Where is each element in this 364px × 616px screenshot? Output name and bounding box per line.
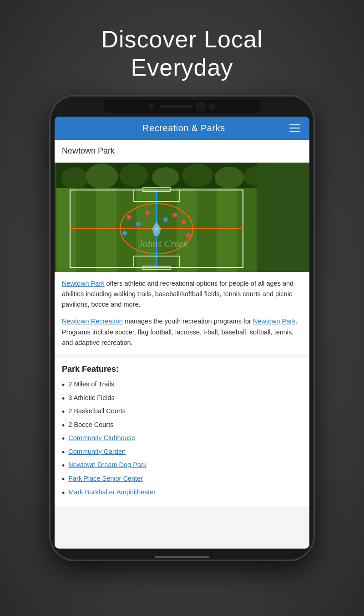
list-item: 2 Basketball Courts — [62, 406, 302, 419]
list-item: 3 Athletic Fields — [62, 392, 302, 406]
camera-sensor — [149, 104, 154, 109]
features-title: Park Features: — [62, 364, 302, 374]
feature-text: 3 Athletic Fields — [68, 394, 115, 401]
feature-text: 2 Miles of Trails — [68, 380, 114, 388]
community-garden-link[interactable]: Community Garden — [68, 448, 126, 455]
community-clubhouse-link[interactable]: Community Clubhouse — [68, 434, 135, 441]
park-image: Johns Creek — [55, 163, 309, 272]
features-section: Park Features: 2 Miles of Trails 3 Athle… — [55, 358, 309, 506]
list-item[interactable]: Mark Burkhalter Amphitheater — [62, 487, 302, 500]
svg-point-3 — [86, 164, 118, 189]
svg-point-35 — [182, 220, 186, 224]
svg-rect-19 — [237, 188, 257, 272]
content-area[interactable]: Johns Creek Newtown Park offers athletic… — [55, 163, 309, 549]
svg-point-30 — [136, 222, 141, 226]
list-item: 2 Bocce Courts — [62, 419, 302, 433]
description-section: Newtown Park offers athletic and recreat… — [55, 272, 309, 354]
svg-point-7 — [215, 167, 244, 189]
list-item: 2 Miles of Trails — [62, 379, 302, 392]
headline-line1: Discover Local — [101, 26, 263, 52]
feature-text: 2 Bocce Courts — [68, 421, 113, 428]
list-item[interactable]: Community Garden — [62, 446, 302, 460]
hamburger-line-2 — [289, 128, 300, 128]
newtown-recreation-link[interactable]: Newtown Recreation — [62, 318, 123, 325]
svg-point-2 — [61, 167, 88, 190]
page-header: Newtown Park — [55, 140, 309, 163]
newtown-park-link-2[interactable]: Newtown Park — [253, 318, 295, 325]
amphitheater-link[interactable]: Mark Burkhalter Amphitheater — [68, 488, 156, 496]
svg-rect-10 — [56, 188, 76, 272]
app-bar: Recreation & Parks — [55, 117, 309, 140]
features-list: 2 Miles of Trails 3 Athletic Fields 2 Ba… — [62, 379, 302, 500]
page-title: Newtown Park — [62, 146, 115, 155]
svg-point-29 — [127, 215, 131, 220]
hamburger-line-1 — [289, 124, 300, 125]
home-indicator — [155, 556, 209, 558]
svg-point-33 — [172, 213, 177, 217]
svg-rect-17 — [197, 188, 217, 272]
app-screen: Recreation & Parks Newtown Park — [55, 117, 309, 549]
front-camera — [197, 103, 204, 110]
svg-point-4 — [119, 164, 148, 187]
description-paragraph-1: Newtown Park offers athletic and recreat… — [62, 278, 302, 310]
svg-point-32 — [163, 217, 168, 222]
camera-bar — [103, 100, 261, 113]
dog-park-link[interactable]: Newtown Dream Dog Park — [68, 461, 147, 468]
headline-line2: Everyday — [131, 54, 233, 81]
park-place-senior-center-link[interactable]: Park Place Senior Center — [68, 475, 143, 482]
svg-point-5 — [152, 167, 179, 187]
speaker-grille — [160, 105, 192, 108]
phone-frame: Recreation & Parks Newtown Park — [50, 96, 314, 560]
svg-rect-18 — [217, 188, 237, 272]
hamburger-line-3 — [289, 131, 300, 132]
newtown-park-link-1[interactable]: Newtown Park — [62, 280, 104, 287]
svg-text:Johns Creek: Johns Creek — [138, 238, 188, 249]
svg-point-36 — [122, 231, 127, 236]
description-paragraph-2: Newtown Recreation manages the youth rec… — [62, 316, 302, 348]
svg-point-31 — [145, 210, 150, 215]
page-headline: Discover Local Everyday — [101, 25, 263, 82]
menu-button[interactable] — [289, 124, 300, 132]
field-svg: Johns Creek — [55, 163, 258, 272]
description-text-2: manages the youth recreation programs fo… — [123, 318, 253, 325]
feature-text: 2 Basketball Courts — [68, 407, 126, 415]
camera-sensor-2 — [210, 104, 215, 109]
list-item[interactable]: Newtown Dream Dog Park — [62, 459, 302, 473]
list-item[interactable]: Community Clubhouse — [62, 432, 302, 446]
app-bar-title: Recreation & Parks — [142, 123, 225, 133]
svg-point-37 — [186, 233, 191, 238]
list-item[interactable]: Park Place Senior Center — [62, 473, 302, 487]
svg-rect-11 — [76, 188, 96, 272]
svg-point-6 — [182, 164, 213, 187]
svg-rect-12 — [96, 188, 116, 272]
